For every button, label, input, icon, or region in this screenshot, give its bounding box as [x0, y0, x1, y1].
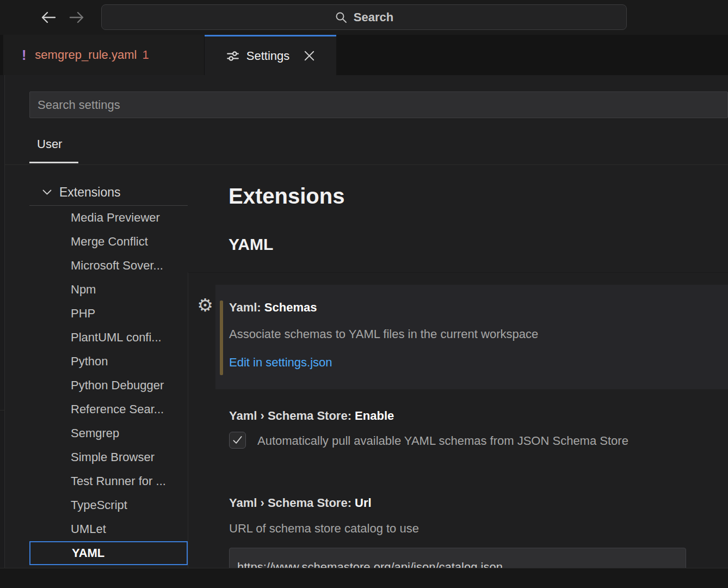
arrow-right-icon [69, 10, 85, 25]
chevron-down-icon[interactable] [42, 189, 52, 195]
settings-sliders-icon [226, 50, 239, 63]
setting-name: Url [355, 496, 372, 510]
settings-toc: Extensions Media Previewer Merge Conflic… [29, 180, 188, 567]
setting-title-schema-store-url: Yaml › Schema Store: Url [229, 495, 372, 511]
setting-category: Yaml › Schema Store: [229, 496, 351, 510]
close-tab-button[interactable] [304, 51, 314, 61]
toc-item-python-debugger[interactable]: Python Debugger [29, 373, 188, 397]
setting-description: Automatically pull available YAML schema… [257, 433, 628, 449]
setting-name: Schemas [264, 301, 317, 314]
toc-item-umlet[interactable]: UMLet [29, 517, 188, 541]
vscode-window: Search ! semgrep_rule.yaml 1 Settings [0, 0, 728, 588]
toc-root-label: Extensions [59, 185, 121, 200]
gear-icon[interactable]: ⚙ [194, 295, 216, 316]
setting-description: Associate schemas to YAML files in the c… [229, 327, 538, 342]
toc-item-typescript[interactable]: TypeScript [29, 493, 188, 517]
section-title: YAML [229, 235, 273, 254]
toc-item-merge-conflict[interactable]: Merge Conflict [29, 230, 188, 254]
toc-item-semgrep[interactable]: Semgrep [29, 421, 188, 445]
problem-indicator-icon: ! [22, 47, 26, 63]
navigate-forward-button[interactable] [67, 9, 86, 26]
left-rail [0, 75, 5, 568]
navigate-back-button[interactable] [39, 9, 58, 26]
tab-file-label: semgrep_rule.yaml [35, 48, 137, 62]
search-icon [335, 11, 348, 24]
check-icon [232, 436, 243, 445]
toc-item-plantuml[interactable]: PlantUML confi... [29, 326, 188, 350]
setting-category: Yaml › Schema Store: [229, 409, 351, 422]
command-center-search[interactable]: Search [101, 4, 627, 30]
search-label: Search [354, 10, 393, 24]
scope-tab-user[interactable]: User [37, 137, 62, 151]
panel-edge [0, 568, 728, 588]
setting-title-schema-store-enable: Yaml › Schema Store: Enable [229, 408, 394, 424]
toc-list: Media Previewer Merge Conflict Microsoft… [29, 206, 188, 565]
setting-category: Yaml: [229, 301, 261, 314]
tab-settings[interactable]: Settings [205, 35, 336, 75]
close-icon [304, 51, 314, 61]
problem-count-badge: 1 [142, 48, 149, 62]
scope-tab-underline [29, 162, 78, 163]
setting-description: URL of schema store catalog to use [229, 521, 419, 536]
toc-item-reference-search[interactable]: Reference Sear... [29, 397, 188, 421]
toc-item-npm[interactable]: Npm [29, 278, 188, 302]
settings-editor: User Extensions Media Previewer Merge Co… [5, 75, 728, 568]
toc-item-microsoft-sover[interactable]: Microsoft Sover... [29, 254, 188, 278]
setting-title-schemas: Yaml: Schemas [229, 300, 317, 315]
toc-item-simple-browser[interactable]: Simple Browser [29, 445, 188, 469]
scope-divider [5, 164, 728, 165]
title-bar: Search [0, 0, 728, 35]
toc-root-extensions[interactable]: Extensions [29, 180, 188, 205]
settings-list: ⚙ Yaml: Schemas Associate schemas to YAM… [188, 272, 728, 568]
tab-semgrep-rule-yaml[interactable]: ! semgrep_rule.yaml 1 [3, 35, 205, 75]
toc-item-yaml-selected[interactable]: YAML [29, 541, 188, 565]
arrow-left-icon [40, 10, 57, 25]
schema-store-url-input[interactable] [229, 548, 686, 568]
setting-name: Enable [355, 409, 394, 422]
toc-item-php[interactable]: PHP [29, 302, 188, 326]
toc-item-python[interactable]: Python [29, 350, 188, 373]
modified-indicator [220, 301, 223, 375]
settings-search-input[interactable] [29, 91, 728, 118]
tab-settings-label: Settings [246, 49, 290, 63]
schema-store-enable-checkbox[interactable] [229, 432, 246, 449]
toc-item-media-previewer[interactable]: Media Previewer [29, 206, 188, 230]
rail-divider [0, 410, 5, 411]
editor-tab-bar: ! semgrep_rule.yaml 1 Settings [0, 35, 728, 75]
page-title: Extensions [229, 184, 344, 209]
toc-item-test-runner[interactable]: Test Runner for ... [29, 469, 188, 493]
edit-in-settings-json-link[interactable]: Edit in settings.json [229, 355, 332, 370]
